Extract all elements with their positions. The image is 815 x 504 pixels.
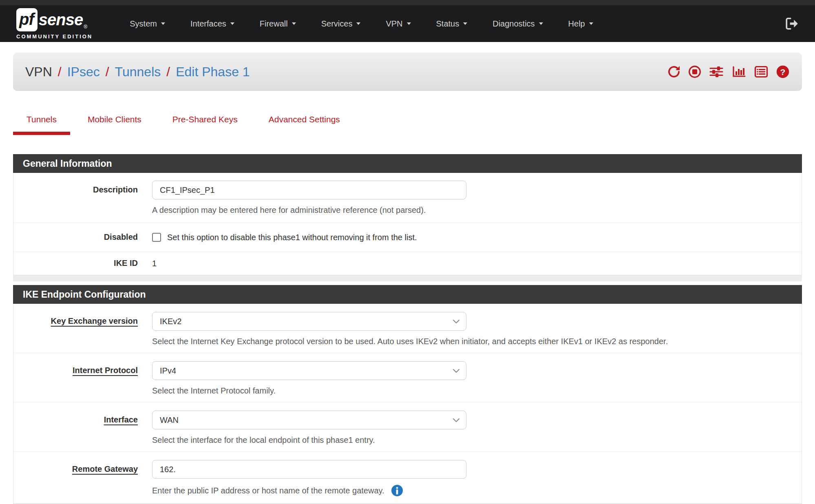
community-edition-label: COMMUNITY EDITION [16,33,93,40]
remote-gateway-input[interactable] [152,460,466,479]
description-input[interactable] [152,181,466,199]
ike-id-value: 1 [152,258,802,269]
key-exchange-version-select[interactable]: IKEv2 [152,312,466,331]
nav-item-label: Help [568,19,585,29]
row-content: IPv4 Select the Internet Protocol family… [152,361,802,396]
pfsense-logo-sense: sense [39,11,83,29]
row-content: A description may be entered here for ad… [152,181,802,215]
internet-protocol-label-text: Internet Protocol [73,366,138,375]
breadcrumb-item-vpn: VPN [25,64,52,80]
info-circle-icon[interactable] [391,484,403,497]
tab-bar: Tunnels Mobile Clients Pre-Shared Keys A… [13,114,802,135]
breadcrumb-separator: / [166,64,170,80]
breadcrumb-separator: / [58,64,62,80]
breadcrumb-link-tunnels[interactable]: Tunnels [115,64,161,80]
nav-item-label: Interfaces [190,19,226,29]
form-row-remote-gateway: Remote Gateway Enter the public IP addre… [13,452,802,503]
breadcrumb: VPN / IPsec / Tunnels / Edit Phase 1 [13,53,802,91]
navbar: pf sense ® COMMUNITY EDITION System Inte… [0,5,815,42]
panel-general-information: General Information Description A descri… [13,154,802,275]
tab-tunnels[interactable]: Tunnels [13,114,70,135]
caret-down-icon [539,22,543,25]
panel-body: Key Exchange version IKEv2 Select the In… [13,304,802,504]
sliders-icon[interactable] [709,65,724,79]
ike-id-label: IKE ID [13,258,138,269]
section-heading-general-information: General Information [13,154,802,173]
description-label-text: Description [93,185,138,194]
nav-item-vpn[interactable]: VPN [373,19,423,29]
pfsense-logo-pf: pf [16,8,38,31]
tab-advanced-settings[interactable]: Advanced Settings [255,114,353,135]
panel-shadow [13,275,802,281]
form-row-key-exchange-version: Key Exchange version IKEv2 Select the In… [13,304,802,353]
bar-chart-icon[interactable] [731,65,747,79]
disabled-label-text: Disabled [104,232,138,241]
registered-mark: ® [84,24,87,30]
pfsense-logo-row: pf sense ® [16,8,93,31]
description-label: Description [13,181,138,215]
form-row-interface: Interface WAN Select the interface for t… [13,402,802,452]
breadcrumb-link-edit-phase-1[interactable]: Edit Phase 1 [176,64,250,80]
nav-item-status[interactable]: Status [424,19,480,29]
caret-down-icon [407,22,411,25]
caret-down-icon [161,22,165,25]
internet-protocol-select-wrap: IPv4 [152,361,466,380]
key-exchange-version-label-text: Key Exchange version [51,316,138,325]
description-help: A description may be entered here for ad… [152,205,802,215]
ike-id-label-text: IKE ID [114,259,138,267]
disabled-label: Disabled [13,232,138,243]
internet-protocol-help: Select the Internet Protocol family. [152,386,802,396]
nav-menu: System Interfaces Firewall Services VPN … [117,19,605,29]
caret-down-icon [356,22,360,25]
panel-ike-endpoint-configuration: IKE Endpoint Configuration Key Exchange … [13,285,802,504]
question-circle-icon[interactable]: ? [776,65,790,79]
row-content: WAN Select the interface for the local e… [152,411,802,445]
key-exchange-version-help: Select the Internet Key Exchange protoco… [152,336,802,346]
interface-label: Interface [13,411,138,445]
nav-item-help[interactable]: Help [556,19,606,29]
interface-select[interactable]: WAN [152,411,466,429]
nav-item-interfaces[interactable]: Interfaces [178,19,247,29]
nav-item-firewall[interactable]: Firewall [247,19,309,29]
sign-out-icon[interactable] [785,17,799,30]
svg-text:?: ? [780,67,786,77]
nav-item-services[interactable]: Services [309,19,373,29]
remote-gateway-help: Enter the public IP address or host name… [152,484,802,497]
internet-protocol-select[interactable]: IPv4 [152,361,466,380]
stop-circle-icon[interactable] [688,65,702,79]
list-alt-icon[interactable] [753,65,769,79]
nav-item-label: Status [436,19,459,29]
form-row-description: Description A description may be entered… [13,173,802,223]
caret-down-icon [292,22,296,25]
breadcrumb-link-ipsec[interactable]: IPsec [67,64,100,80]
breadcrumb-trail: VPN / IPsec / Tunnels / Edit Phase 1 [25,64,250,80]
internet-protocol-label: Internet Protocol [13,361,138,396]
key-exchange-version-label: Key Exchange version [13,312,138,346]
nav-item-system[interactable]: System [117,19,178,29]
remote-gateway-label-text: Remote Gateway [72,464,138,473]
remote-gateway-help-text: Enter the public IP address or host name… [152,486,384,495]
nav-item-label: Services [321,19,353,29]
breadcrumb-actions: ? [667,65,790,79]
nav-item-diagnostics[interactable]: Diagnostics [480,19,555,29]
remote-gateway-label: Remote Gateway [13,460,138,497]
panel-body: Description A description may be entered… [13,173,802,275]
interface-help: Select the interface for the local endpo… [152,435,802,445]
disabled-checkbox[interactable] [152,233,161,242]
row-content: 1 [152,258,802,269]
form-row-ike-id: IKE ID 1 [13,252,802,275]
caret-down-icon [463,22,467,25]
refresh-icon[interactable] [667,65,681,79]
form-row-disabled: Disabled Set this option to disable this… [13,223,802,252]
caret-down-icon [230,22,234,25]
tab-pre-shared-keys[interactable]: Pre-Shared Keys [159,114,251,135]
nav-item-label: VPN [386,19,402,29]
interface-label-text: Interface [104,415,138,424]
pfsense-logo[interactable]: pf sense ® COMMUNITY EDITION [16,8,93,40]
row-content: Set this option to disable this phase1 w… [152,232,802,243]
tab-mobile-clients[interactable]: Mobile Clients [74,114,155,135]
form-row-internet-protocol: Internet Protocol IPv4 Select the Intern… [13,353,802,402]
breadcrumb-separator: / [106,64,109,80]
section-heading-ike-endpoint-configuration: IKE Endpoint Configuration [13,285,802,304]
interface-select-wrap: WAN [152,411,466,429]
